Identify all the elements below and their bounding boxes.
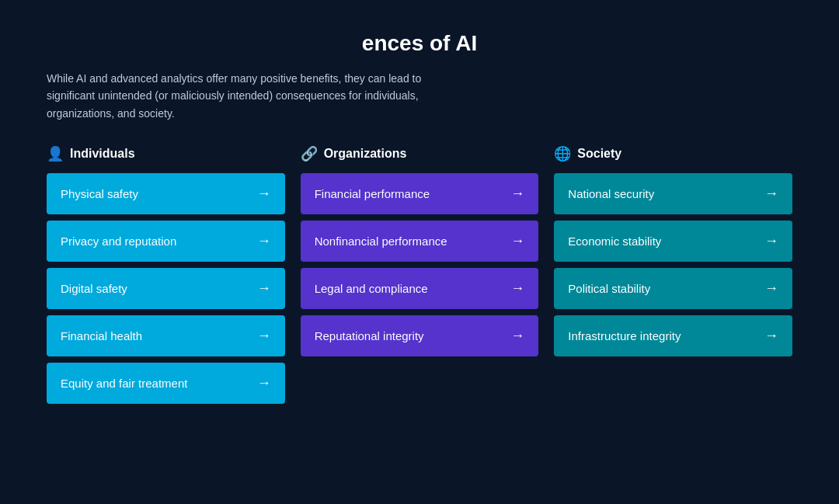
- card-economic-stability[interactable]: Economic stability→: [554, 221, 792, 262]
- column-society: 🌐SocietyNational security→Economic stabi…: [554, 145, 792, 404]
- card-label-financial-health: Financial health: [61, 329, 142, 342]
- card-financial-health[interactable]: Financial health→: [47, 315, 285, 356]
- card-label-privacy-reputation: Privacy and reputation: [61, 235, 176, 248]
- card-label-economic-stability: Economic stability: [568, 235, 661, 248]
- society-header-label: Society: [577, 147, 621, 161]
- card-infrastructure-integrity[interactable]: Infrastructure integrity→: [554, 315, 792, 356]
- page-container: ences of AI While AI and advanced analyt…: [31, 0, 808, 427]
- card-political-stability[interactable]: Political stability→: [554, 268, 792, 309]
- card-physical-safety[interactable]: Physical safety→: [47, 173, 285, 214]
- card-arrow-physical-safety: →: [257, 186, 271, 202]
- column-individuals: 👤IndividualsPhysical safety→Privacy and …: [47, 145, 285, 404]
- individuals-icon: 👤: [47, 145, 64, 162]
- cards-list-organizations: Financial performance→Nonfinancial perfo…: [301, 173, 539, 356]
- card-nonfinancial-performance[interactable]: Nonfinancial performance→: [301, 221, 539, 262]
- card-digital-safety[interactable]: Digital safety→: [47, 268, 285, 309]
- page-description: While AI and advanced analytics offer ma…: [47, 70, 435, 122]
- card-label-infrastructure-integrity: Infrastructure integrity: [568, 329, 681, 342]
- card-arrow-legal-compliance: →: [510, 280, 524, 297]
- header-section: ences of AI While AI and advanced analyt…: [47, 31, 792, 122]
- card-arrow-political-stability: →: [764, 280, 778, 297]
- card-arrow-economic-stability: →: [764, 233, 778, 249]
- column-header-organizations: 🔗Organizations: [301, 145, 539, 162]
- card-label-equity-fair-treatment: Equity and fair treatment: [61, 377, 187, 390]
- column-header-individuals: 👤Individuals: [47, 145, 285, 162]
- card-arrow-digital-safety: →: [257, 280, 271, 297]
- grid-section: 👤IndividualsPhysical safety→Privacy and …: [47, 145, 792, 404]
- card-label-nonfinancial-performance: Nonfinancial performance: [315, 235, 447, 248]
- individuals-header-label: Individuals: [70, 147, 135, 161]
- card-label-reputational-integrity: Reputational integrity: [315, 329, 424, 342]
- card-equity-fair-treatment[interactable]: Equity and fair treatment→: [47, 363, 285, 404]
- card-legal-compliance[interactable]: Legal and compliance→: [301, 268, 539, 309]
- column-organizations: 🔗OrganizationsFinancial performance→Nonf…: [301, 145, 539, 404]
- card-arrow-privacy-reputation: →: [257, 233, 271, 249]
- card-label-political-stability: Political stability: [568, 282, 650, 295]
- card-financial-performance[interactable]: Financial performance→: [301, 173, 539, 214]
- card-arrow-financial-performance: →: [510, 186, 524, 202]
- card-arrow-financial-health: →: [257, 328, 271, 344]
- card-arrow-infrastructure-integrity: →: [764, 328, 778, 344]
- cards-list-individuals: Physical safety→Privacy and reputation→D…: [47, 173, 285, 404]
- card-privacy-reputation[interactable]: Privacy and reputation→: [47, 221, 285, 262]
- page-title: ences of AI: [47, 31, 792, 56]
- society-icon: 🌐: [554, 145, 571, 162]
- card-arrow-nonfinancial-performance: →: [510, 233, 524, 249]
- card-label-national-security: National security: [568, 187, 654, 200]
- card-label-physical-safety: Physical safety: [61, 187, 138, 200]
- organizations-icon: 🔗: [301, 145, 318, 162]
- card-national-security[interactable]: National security→: [554, 173, 792, 214]
- card-arrow-equity-fair-treatment: →: [257, 375, 271, 391]
- card-label-financial-performance: Financial performance: [315, 187, 430, 200]
- card-arrow-reputational-integrity: →: [510, 328, 524, 344]
- organizations-header-label: Organizations: [324, 147, 407, 161]
- card-arrow-national-security: →: [764, 186, 778, 202]
- card-label-legal-compliance: Legal and compliance: [315, 282, 428, 295]
- cards-list-society: National security→Economic stability→Pol…: [554, 173, 792, 356]
- card-label-digital-safety: Digital safety: [61, 282, 127, 295]
- card-reputational-integrity[interactable]: Reputational integrity→: [301, 315, 539, 356]
- column-header-society: 🌐Society: [554, 145, 792, 162]
